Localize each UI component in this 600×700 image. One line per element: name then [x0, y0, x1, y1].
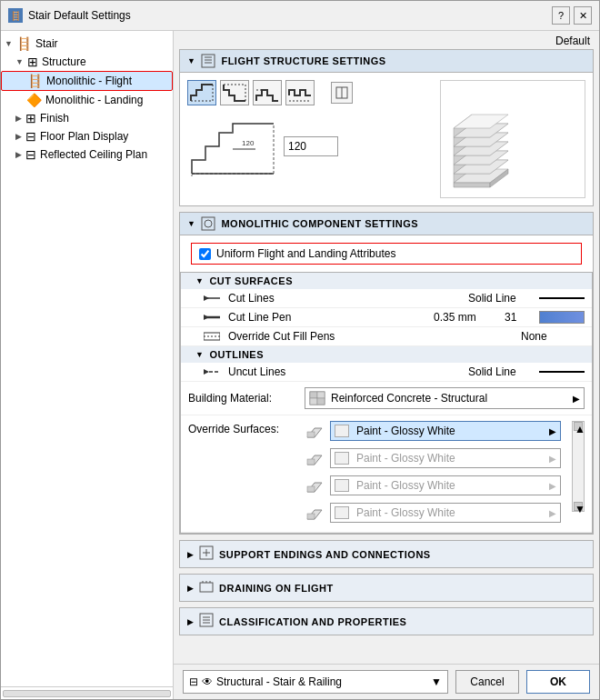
section-collapse-arrow: ▼: [187, 56, 195, 65]
flight-controls-left: 120: [187, 80, 433, 198]
cut-line-pen-extra: 31: [505, 311, 532, 324]
override-cut-fill-row: Override Cut Fill Pens None: [181, 327, 592, 346]
sidebar-item-finish[interactable]: ▶ ⊞ Finish: [1, 109, 173, 127]
sidebar-item-reflected-ceiling[interactable]: ▶ ⊟ Reflected Ceiling Plan: [1, 145, 173, 164]
uncut-lines-value: Solid Line: [468, 365, 532, 378]
monolithic-flight-icon: 🪜: [27, 74, 43, 88]
finish-icon: ⊞: [25, 111, 36, 125]
sidebar-item-floor-plan[interactable]: ▶ ⊟ Floor Plan Display: [1, 127, 173, 145]
surfaces-scrollbar[interactable]: ▲ ▼: [572, 421, 585, 512]
support-endings-section[interactable]: ▶ SUPPORT ENDINGS AND CONNECTIONS: [179, 540, 594, 568]
draining-on-flight-section[interactable]: ▶ DRAINING ON FLIGHT: [179, 574, 594, 602]
surface-selector-4[interactable]: Paint - Glossy White ▶: [330, 503, 561, 523]
svg-rect-43: [317, 392, 325, 398]
svg-rect-47: [307, 432, 315, 437]
classification-section[interactable]: ▶ CLASSIFICATION AND PROPERTIES: [179, 607, 594, 635]
monolithic-scroll[interactable]: ▼ CUT SURFACES Cut Lines: [180, 272, 593, 534]
surface-value-1: Paint - Glossy White: [356, 425, 455, 437]
dialog-body: ▼ 🪜 Stair ▼ ⊞ Structure 🪜 Monolithic - F…: [1, 31, 599, 699]
override-surfaces-row: Override Surfaces:: [181, 415, 592, 533]
monolithic-component-title: MONOLITHIC COMPONENT SETTINGS: [221, 218, 418, 229]
surface-row-4: Paint - Glossy White ▶: [305, 503, 561, 523]
uniform-attributes-row: Uniform Flight and Landing Attributes: [191, 243, 582, 265]
outlines-header[interactable]: ▼ OUTLINES: [181, 346, 592, 363]
thickness-value-input[interactable]: [284, 136, 338, 156]
sidebar-item-monolithic-landing[interactable]: 🔶 Monolithic - Landing: [1, 91, 173, 109]
uncut-lines-row: Uncut Lines Solid Line: [181, 363, 592, 382]
window-title: Stair Default Settings: [28, 9, 131, 22]
bottom-bar: ⊟ 👁 Structural - Stair & Railing ▼ Cance…: [174, 664, 599, 699]
align-icon-btn[interactable]: [331, 82, 353, 104]
surface-arrow-2: ▶: [549, 454, 556, 464]
cut-line-pen-label: Cut Line Pen: [228, 311, 426, 324]
svg-marker-36: [204, 315, 209, 320]
layer-dropdown-icon2: 👁: [202, 675, 213, 688]
section-collapse-arrow: ▼: [187, 219, 195, 228]
flight-structure-header[interactable]: ▼ FLIGHT STRUCTURE SETTINGS: [180, 50, 593, 73]
support-endings-icon: [199, 545, 214, 563]
monolithic-component-panel: ▼ MONOLITHIC COMPONENT SETTINGS: [179, 212, 594, 535]
uncut-lines-label: Uncut Lines: [228, 365, 461, 378]
surface-row-3: Paint - Glossy White ▶: [305, 475, 561, 495]
surface-arrow-1: ▶: [549, 426, 556, 436]
cut-lines-row: Cut Lines Solid Line: [181, 289, 592, 308]
layer-dropdown[interactable]: ⊟ 👁 Structural - Stair & Railing ▼: [183, 670, 448, 694]
title-bar-left: 🪜 Stair Default Settings: [8, 8, 131, 23]
scrollbar-track[interactable]: [3, 690, 171, 697]
close-button[interactable]: ✕: [574, 6, 592, 25]
draining-on-flight-label: DRAINING ON FLIGHT: [219, 583, 334, 594]
surface-selector-3[interactable]: Paint - Glossy White ▶: [330, 475, 561, 495]
chevron-icon: ▶: [15, 114, 22, 123]
svg-marker-40: [204, 369, 209, 375]
sidebar-item-monolithic-flight-label: Monolithic - Flight: [46, 75, 132, 87]
cut-line-pen-row: Cut Line Pen 0.35 mm 31: [181, 308, 592, 327]
surface-arrow-3: ▶: [549, 481, 556, 491]
stair-type1-btn[interactable]: [187, 80, 216, 105]
surface-face-icon-3: [305, 477, 325, 494]
override-surfaces-label: Override Surfaces:: [188, 421, 297, 435]
chevron-icon: ▼: [15, 57, 24, 66]
cut-lines-value: Solid Line: [468, 292, 532, 305]
stair-type2-btn[interactable]: [220, 80, 249, 105]
cut-lines-icon: [203, 293, 221, 304]
cut-line-pen-swatch: [539, 311, 585, 324]
scroll-thumb: ▲: [574, 422, 583, 431]
sidebar-item-stair-label: Stair: [35, 37, 58, 50]
cut-surfaces-label: CUT SURFACES: [209, 275, 293, 286]
flight-structure-title: FLIGHT STRUCTURE SETTINGS: [221, 55, 385, 66]
cancel-button[interactable]: Cancel: [455, 670, 519, 694]
cut-surfaces-header[interactable]: ▼ CUT SURFACES: [181, 273, 592, 289]
draining-on-flight-icon: [199, 579, 214, 596]
surface-face-icon-2: [305, 450, 325, 466]
sidebar-item-monolithic-flight[interactable]: 🪜 Monolithic - Flight: [1, 71, 173, 91]
left-panel: ▼ 🪜 Stair ▼ ⊞ Structure 🪜 Monolithic - F…: [1, 31, 174, 699]
surface-selector-2[interactable]: Paint - Glossy White ▶: [330, 448, 561, 468]
building-material-btn[interactable]: Reinforced Concrete - Structural ▶: [305, 387, 585, 409]
surface-selector-1[interactable]: Paint - Glossy White ▶: [330, 421, 561, 441]
stair-type3-btn[interactable]: [253, 80, 282, 105]
stair-icon: 🪜: [16, 36, 32, 51]
override-cut-fill-label: Override Cut Fill Pens: [228, 330, 514, 343]
material-arrow-icon: ▶: [573, 394, 580, 404]
sidebar-item-structure[interactable]: ▼ ⊞ Structure: [1, 53, 173, 71]
stair-diagram: 120: [187, 115, 433, 178]
svg-marker-29: [454, 183, 490, 187]
surface-arrow-4: ▶: [549, 508, 556, 518]
building-material-value: Reinforced Concrete - Structural: [331, 392, 487, 405]
surface-texture-icon: [335, 479, 349, 492]
stair-type4-btn[interactable]: [285, 80, 315, 105]
surface-row-1: Paint - Glossy White ▶: [305, 421, 561, 441]
title-icon: 🪜: [8, 8, 23, 23]
ok-button[interactable]: OK: [526, 670, 590, 694]
svg-rect-31: [202, 217, 215, 230]
uniform-checkbox[interactable]: [199, 248, 211, 260]
sidebar-item-stair[interactable]: ▼ 🪜 Stair: [1, 35, 173, 53]
override-cut-fill-icon: [203, 331, 221, 342]
surfaces-list: Paint - Glossy White ▶: [305, 421, 561, 526]
monolithic-component-header[interactable]: ▼ MONOLITHIC COMPONENT SETTINGS: [180, 213, 593, 235]
help-button[interactable]: ?: [552, 6, 570, 25]
stair-preview: [440, 80, 585, 198]
flight-structure-icon: [201, 54, 215, 68]
flight-icons-row: [187, 80, 433, 105]
chevron-icon: ▼: [5, 39, 13, 48]
